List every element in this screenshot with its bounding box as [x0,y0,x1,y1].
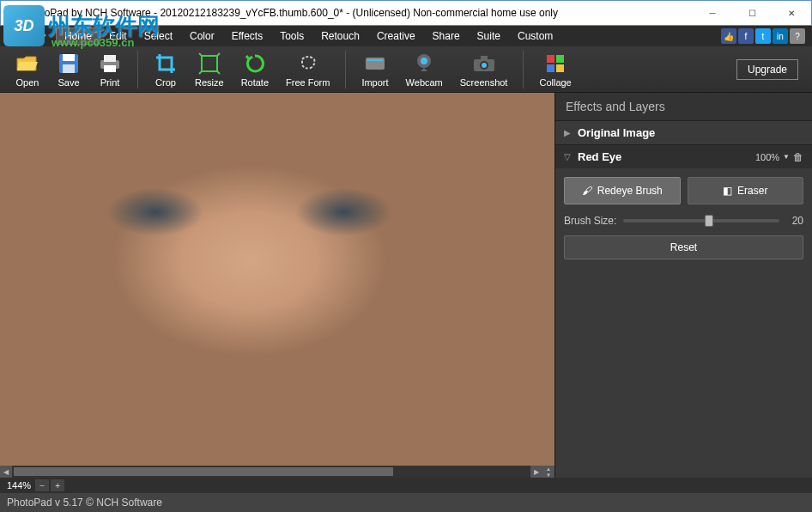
tab-edit[interactable]: Edit [100,27,136,45]
photo-content [0,93,554,466]
brush-size-slider[interactable] [623,219,779,222]
freeform-button[interactable]: Free Form [277,50,338,89]
svg-rect-18 [556,55,564,63]
chevron-down-icon[interactable]: ▼ [783,153,790,161]
app-icon [4,6,18,20]
svg-rect-8 [202,56,217,71]
eraser-icon: ◧ [723,185,732,197]
screenshot-button[interactable]: Screenshot [451,50,517,89]
svg-rect-20 [556,64,564,72]
image-canvas[interactable] [0,93,554,466]
open-button[interactable]: Open [7,50,48,89]
collage-icon [543,52,567,76]
linkedin-icon[interactable]: in [773,28,788,44]
svg-point-12 [421,58,427,64]
scroll-down-icon[interactable]: ▼ [542,472,554,478]
save-icon [57,52,81,76]
svg-rect-17 [547,55,554,63]
crop-icon [154,52,178,76]
panel-title: Effects and Layers [555,93,812,120]
zoom-value: 144% [3,480,34,491]
rotate-icon [243,52,267,76]
webcam-button[interactable]: Webcam [397,50,451,89]
svg-rect-3 [63,54,75,61]
camera-icon [472,52,496,76]
collage-button[interactable]: Collage [530,50,579,89]
section-red-eye[interactable]: ▽ Red Eye 100% ▼ 🗑 [555,145,812,168]
redeye-brush-button[interactable]: 🖌 Redeye Brush [564,177,681,204]
print-button[interactable]: Print [89,50,130,89]
chevron-down-icon: ▼ [40,33,47,40]
crop-button[interactable]: Crop [145,50,186,89]
zoom-bar: 144% − + [0,478,812,493]
scroll-right-icon[interactable]: ▶ [530,466,542,478]
lasso-icon [296,52,320,76]
effects-panel: Effects and Layers ▶ Original Image ▽ Re… [554,93,812,478]
svg-rect-10 [367,59,383,61]
trash-icon[interactable]: 🗑 [793,151,803,163]
section-original-image[interactable]: ▶ Original Image [555,121,812,144]
tab-effects[interactable]: Effects [223,27,271,45]
tab-tools[interactable]: Tools [271,27,312,45]
tab-retouch[interactable]: Retouch [312,27,368,45]
svg-point-15 [482,63,487,68]
facebook-icon[interactable]: f [738,28,754,44]
scroll-thumb[interactable] [14,467,393,476]
rotate-button[interactable]: Rotate [233,50,277,89]
help-icon[interactable]: ? [790,28,805,44]
save-button[interactable]: Save [48,50,89,89]
webcam-icon [412,52,436,76]
resize-button[interactable]: Resize [186,50,233,89]
svg-point-1 [7,9,10,12]
close-button[interactable]: ✕ [772,1,811,25]
tab-custom[interactable]: Custom [509,27,561,45]
brush-size-label: Brush Size: [564,215,616,227]
layer-opacity: 100% [755,152,779,162]
slider-thumb[interactable] [705,215,713,227]
horizontal-scrollbar[interactable]: ◀ ▶ [0,466,542,478]
maximize-button[interactable]: ☐ [732,1,772,25]
chevron-down-icon: ▽ [564,152,571,162]
tab-color[interactable]: Color [181,27,223,45]
eraser-button[interactable]: ◧ Eraser [688,177,804,204]
menubar: Menu▼ Home Edit Select Color Effects Too… [0,26,812,46]
window-title: PhotoPad by NCH Software - 2012021218323… [23,7,693,19]
twitter-icon[interactable]: t [755,28,771,44]
import-button[interactable]: Import [353,50,397,89]
minimize-button[interactable]: ─ [693,1,732,25]
scanner-icon [363,52,387,76]
brush-size-value: 20 [786,215,803,227]
titlebar: PhotoPad by NCH Software - 2012021218323… [0,0,812,26]
scroll-left-icon[interactable]: ◀ [0,466,12,478]
svg-rect-16 [481,56,488,60]
reset-button[interactable]: Reset [564,235,803,259]
scroll-up-icon[interactable]: ▲ [542,466,554,472]
brush-icon: 🖌 [582,185,592,197]
like-icon[interactable]: 👍 [721,28,736,44]
tab-suite[interactable]: Suite [469,27,509,45]
folder-open-icon [15,52,39,76]
print-icon [98,52,122,76]
chevron-right-icon: ▶ [564,128,571,137]
resize-icon [197,52,221,76]
tab-select[interactable]: Select [136,27,181,45]
menu-main[interactable]: Menu▼ [3,27,56,45]
zoom-in-button[interactable]: + [51,479,64,491]
upgrade-button[interactable]: Upgrade [736,59,798,80]
svg-rect-19 [547,64,554,72]
tab-creative[interactable]: Creative [368,27,424,45]
svg-rect-4 [63,64,75,73]
svg-rect-7 [104,65,116,72]
tab-share[interactable]: Share [424,27,469,45]
zoom-out-button[interactable]: − [35,479,49,491]
svg-rect-6 [104,55,116,62]
tab-home[interactable]: Home [56,27,100,45]
status-text: PhotoPad v 5.17 © NCH Software [7,497,162,509]
toolbar: Open Save Print Crop Resize Rotate Free … [0,46,812,93]
status-bar: PhotoPad v 5.17 © NCH Software [0,493,812,512]
